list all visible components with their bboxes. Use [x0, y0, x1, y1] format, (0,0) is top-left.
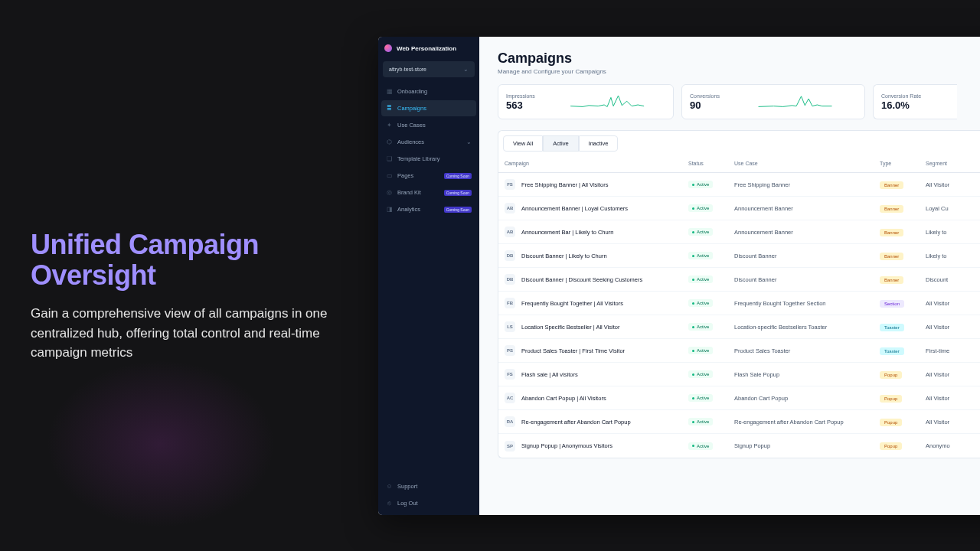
type-badge: Banner: [880, 205, 903, 213]
table-row[interactable]: ABAnnouncement Banner | Loyal CustomersA…: [498, 197, 980, 220]
table-header: Campaign Status Use Case Type Segment: [498, 155, 980, 173]
col-use-case: Use Case: [734, 161, 880, 166]
segment: Discount: [926, 276, 980, 283]
type-badge: Toaster: [880, 347, 904, 355]
campaign-name: Announcement Bar | Likely to Churn: [521, 229, 613, 236]
conversions-sparkline-icon: [733, 93, 857, 111]
nav-brand-kit[interactable]: ◎ Brand Kit Coming Soon: [381, 184, 476, 201]
use-case: Signup Popup: [734, 442, 880, 449]
table-row[interactable]: LSLocation Specific Bestseller | All Vis…: [498, 315, 980, 339]
type-badge: Popup: [880, 419, 902, 426]
table-row[interactable]: DBDiscount Banner | Likely to ChurnActiv…: [498, 244, 980, 268]
brand-label: Web Personalization: [397, 45, 456, 52]
segment: All Visitor: [926, 395, 980, 402]
rate-value: 16.0%: [881, 99, 921, 111]
chevron-down-icon: ⌄: [466, 139, 472, 145]
hero-title: Unified Campaign Oversight: [31, 230, 360, 290]
campaign-name: Abandon Cart Popup | All Visitors: [521, 395, 606, 402]
conversions-value: 90: [690, 99, 720, 111]
type-badge: Toaster: [880, 324, 904, 331]
store-selector[interactable]: attryb-test-store ⌄: [383, 61, 475, 77]
table-row[interactable]: SPSignup Popup | Anonymous VisitorsActiv…: [498, 434, 980, 458]
nav-pages[interactable]: ▭ Pages Coming Soon: [381, 168, 476, 184]
page-subtitle: Manage and Configure your Campaigns: [498, 68, 980, 75]
status-badge: Active: [688, 228, 713, 236]
campaign-name: Re-engagement after Abandon Cart Popup: [521, 419, 631, 425]
nav-analytics[interactable]: ◨ Analytics Coming Soon: [381, 201, 476, 217]
nav-audiences[interactable]: ⌬ Audiences ⌄: [381, 134, 476, 150]
status-badge: Active: [688, 370, 713, 378]
status-badge: Active: [688, 181, 713, 188]
table-row[interactable]: ABAnnouncement Bar | Likely to ChurnActi…: [498, 220, 980, 244]
tab-view-all[interactable]: View All: [503, 135, 543, 152]
campaign-name: Product Sales Toaster | First Time Visit…: [521, 347, 625, 354]
campaign-name: Discount Banner | Discount Seeking Custo…: [521, 276, 642, 283]
nav-support[interactable]: ☺ Support: [381, 478, 476, 494]
segment: Loyal Cu: [926, 205, 980, 212]
store-name: attryb-test-store: [389, 67, 426, 72]
table-row[interactable]: FSFree Shipping Banner | All VisitorsAct…: [498, 173, 980, 197]
status-badge: Active: [688, 252, 713, 259]
impressions-sparkline-icon: [549, 93, 665, 111]
app-window: Web Personalization attryb-test-store ⌄ …: [378, 37, 980, 515]
coming-soon-badge: Coming Soon: [444, 190, 472, 196]
table-row[interactable]: PSProduct Sales Toaster | First Time Vis…: [498, 339, 980, 363]
type-badge: Banner: [880, 181, 903, 189]
type-badge: Banner: [880, 229, 903, 236]
tab-inactive[interactable]: Inactive: [579, 135, 619, 152]
table-row[interactable]: FSFlash sale | All visitorsActiveFlash S…: [498, 363, 980, 386]
chevron-down-icon: ⌄: [463, 66, 469, 73]
tab-active[interactable]: Active: [543, 135, 578, 152]
campaign-name: Location Specific Bestseller | All Visit…: [521, 324, 620, 331]
coming-soon-badge: Coming Soon: [444, 207, 472, 213]
campaign-name: Flash sale | All visitors: [521, 371, 578, 378]
background-glow: [46, 360, 276, 528]
campaign-avatar: DB: [505, 250, 515, 261]
type-badge: Banner: [880, 276, 903, 284]
campaign-avatar: SP: [505, 441, 515, 452]
sparkle-icon: ✦: [386, 122, 393, 129]
status-badge: Active: [688, 347, 713, 354]
status-badge: Active: [688, 204, 713, 212]
table-row[interactable]: RARe-engagement after Abandon Cart Popup…: [498, 410, 980, 434]
table-row[interactable]: FBFrequently Bought Together | All Visit…: [498, 292, 980, 315]
nav-campaigns[interactable]: ≣ Campaigns: [381, 100, 476, 116]
nav-onboarding[interactable]: ▦ Onboarding: [381, 83, 476, 99]
segment: First-time: [926, 347, 980, 354]
page-header: Campaigns Manage and Configure your Camp…: [498, 51, 980, 75]
use-case: Frequently Bought Together Section: [734, 300, 880, 307]
nav-use-cases[interactable]: ✦ Use Cases: [381, 117, 476, 133]
col-status: Status: [688, 161, 734, 166]
type-badge: Popup: [880, 442, 902, 450]
table-row[interactable]: ACAbandon Cart Popup | All VisitorsActiv…: [498, 386, 980, 410]
chart-icon: ◨: [386, 206, 393, 213]
list-icon: ≣: [386, 105, 393, 112]
use-case: Product Sales Toaster: [734, 347, 880, 354]
stat-conversions: Conversions 90: [681, 84, 865, 119]
table-row[interactable]: DBDiscount Banner | Discount Seeking Cus…: [498, 268, 980, 292]
coming-soon-badge: Coming Soon: [444, 173, 472, 179]
nav-logout[interactable]: ⎋ Log Out: [381, 495, 476, 511]
stat-conversion-rate: Conversion Rate 16.0%: [873, 84, 957, 119]
nav: ▦ Onboarding ≣ Campaigns ✦ Use Cases ⌬ A…: [378, 83, 479, 475]
use-case: Discount Banner: [734, 276, 880, 283]
palette-icon: ◎: [386, 189, 393, 196]
type-badge: Popup: [880, 371, 902, 379]
hero-body: Gain a comprehensive view of all campaig…: [31, 304, 360, 363]
table-body: FSFree Shipping Banner | All VisitorsAct…: [498, 173, 980, 458]
status-badge: Active: [688, 299, 713, 307]
campaign-avatar: AC: [505, 393, 515, 403]
col-segment: Segment: [926, 161, 980, 166]
stat-impressions: Impressions 563: [498, 84, 674, 119]
campaign-avatar: DB: [505, 274, 515, 285]
campaign-name: Frequently Bought Together | All Visitor…: [521, 300, 623, 307]
brand-logo-icon: [384, 44, 392, 52]
campaign-name: Signup Popup | Anonymous Visitors: [521, 442, 612, 449]
campaign-avatar: LS: [505, 321, 515, 332]
segment: All Visitor: [926, 300, 980, 307]
use-case: Announcement Banner: [734, 205, 880, 212]
nav-templates[interactable]: ❏ Template Library: [381, 151, 476, 167]
segment: All Visitor: [926, 419, 980, 425]
main-panel: Campaigns Manage and Configure your Camp…: [479, 37, 980, 515]
use-case: Free Shipping Banner: [734, 181, 880, 188]
